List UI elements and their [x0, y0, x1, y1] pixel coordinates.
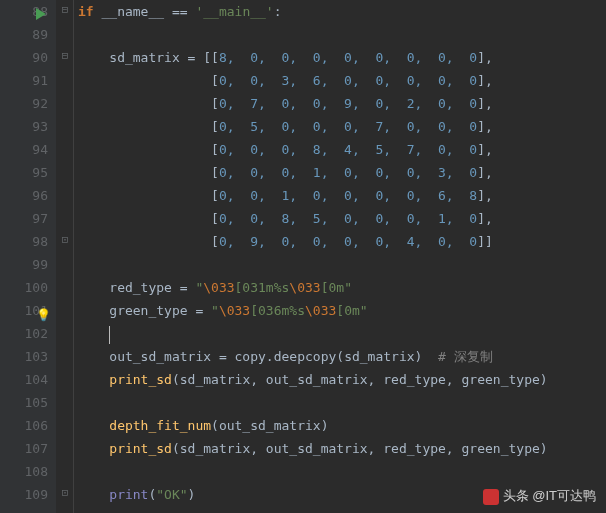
code-line[interactable]: red_type = "\033[031m%s\033[0m": [78, 276, 606, 299]
code-line[interactable]: [78, 391, 606, 414]
line-number: 90: [0, 46, 48, 69]
line-number: 97: [0, 207, 48, 230]
code-line[interactable]: print_sd(sd_matrix, out_sd_matrix, red_t…: [78, 368, 606, 391]
line-number: 107: [0, 437, 48, 460]
watermark-label: 头条 @IT可达鸭: [483, 487, 596, 505]
line-number: 100: [0, 276, 48, 299]
fold-column: ⊟ ⊟ ⊡ ⊡: [56, 0, 74, 513]
code-line[interactable]: green_type = "\033[036m%s\033[0m": [78, 299, 606, 322]
code-line[interactable]: [0, 0, 0, 8, 4, 5, 7, 0, 0],: [78, 138, 606, 161]
watermark-icon: [483, 489, 499, 505]
code-line[interactable]: [78, 322, 606, 345]
code-line[interactable]: [0, 0, 3, 6, 0, 0, 0, 0, 0],: [78, 69, 606, 92]
fold-toggle-icon[interactable]: ⊟: [59, 49, 71, 62]
line-number: 93: [0, 115, 48, 138]
code-line[interactable]: [0, 0, 8, 5, 0, 0, 0, 1, 0],: [78, 207, 606, 230]
fold-toggle-icon[interactable]: ⊟: [59, 3, 71, 16]
code-line[interactable]: [78, 460, 606, 483]
line-number: 88: [0, 0, 48, 23]
line-number: 106: [0, 414, 48, 437]
fold-end-icon[interactable]: ⊡: [59, 233, 71, 246]
line-number: 105: [0, 391, 48, 414]
code-line[interactable]: [0, 0, 0, 1, 0, 0, 0, 3, 0],: [78, 161, 606, 184]
line-number: 91: [0, 69, 48, 92]
code-editor[interactable]: 88 89 90 91 92 93 94 95 96 97 98 99 100 …: [0, 0, 606, 513]
code-line[interactable]: [0, 7, 0, 0, 9, 0, 2, 0, 0],: [78, 92, 606, 115]
line-number: 99: [0, 253, 48, 276]
line-number: 89: [0, 23, 48, 46]
line-number: 95: [0, 161, 48, 184]
line-number-gutter: 88 89 90 91 92 93 94 95 96 97 98 99 100 …: [0, 0, 56, 513]
code-line[interactable]: depth_fit_num(out_sd_matrix): [78, 414, 606, 437]
code-content[interactable]: if __name__ == '__main__': sd_matrix = […: [74, 0, 606, 513]
line-number: 108: [0, 460, 48, 483]
code-line[interactable]: print_sd(sd_matrix, out_sd_matrix, red_t…: [78, 437, 606, 460]
code-line[interactable]: [0, 5, 0, 0, 0, 7, 0, 0, 0],: [78, 115, 606, 138]
line-number: 103: [0, 345, 48, 368]
line-number: 92: [0, 92, 48, 115]
code-line[interactable]: [0, 0, 1, 0, 0, 0, 0, 6, 8],: [78, 184, 606, 207]
line-number: 109: [0, 483, 48, 506]
fold-end-icon[interactable]: ⊡: [59, 486, 71, 499]
code-line[interactable]: out_sd_matrix = copy.deepcopy(sd_matrix)…: [78, 345, 606, 368]
code-line[interactable]: [0, 9, 0, 0, 0, 0, 4, 0, 0]]: [78, 230, 606, 253]
code-line[interactable]: if __name__ == '__main__':: [78, 0, 606, 23]
line-number: 98: [0, 230, 48, 253]
line-number: 101 💡: [0, 299, 48, 322]
code-line[interactable]: [78, 253, 606, 276]
line-number: 96: [0, 184, 48, 207]
line-number: 104: [0, 368, 48, 391]
text-caret: [109, 326, 110, 344]
code-line[interactable]: [78, 23, 606, 46]
line-number: 102: [0, 322, 48, 345]
line-number: 94: [0, 138, 48, 161]
code-line[interactable]: sd_matrix = [[8, 0, 0, 0, 0, 0, 0, 0, 0]…: [78, 46, 606, 69]
